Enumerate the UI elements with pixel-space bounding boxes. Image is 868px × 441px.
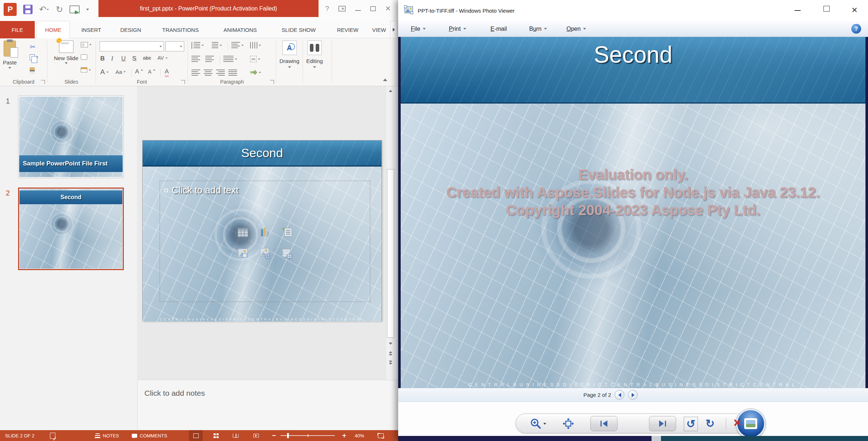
- collapse-ribbon-icon[interactable]: [383, 77, 387, 81]
- start-slideshow-icon[interactable]: [69, 5, 80, 13]
- scroll-down-icon[interactable]: [387, 340, 394, 348]
- line-spacing-button[interactable]: [231, 42, 244, 49]
- previous-page-button[interactable]: [615, 390, 624, 400]
- menu-file[interactable]: File: [411, 26, 426, 32]
- zoom-slider[interactable]: [281, 435, 335, 436]
- smartart-caret-icon[interactable]: [259, 72, 261, 73]
- previous-slide-icon[interactable]: [387, 349, 394, 357]
- powerpoint-logo-icon[interactable]: P: [4, 3, 17, 16]
- line-spacing-caret-icon[interactable]: [241, 45, 244, 46]
- editor-scrollbar[interactable]: [386, 86, 395, 380]
- comments-toggle[interactable]: COMMENTS: [132, 433, 167, 438]
- notes-toggle[interactable]: NOTES: [95, 433, 119, 438]
- slide-title-banner[interactable]: Second: [143, 140, 382, 167]
- zoom-level[interactable]: 40%: [355, 433, 364, 438]
- reading-view-button[interactable]: [229, 430, 243, 441]
- insert-picture-icon[interactable]: [237, 247, 249, 259]
- ribbon-display-options-icon[interactable]: [338, 6, 346, 12]
- customize-quick-access-icon[interactable]: [86, 9, 89, 10]
- font-dialog-launcher-icon[interactable]: [181, 80, 185, 84]
- viewer-minimize-icon[interactable]: [795, 10, 801, 11]
- undo-caret-icon[interactable]: [47, 9, 49, 10]
- convert-smartart-button[interactable]: [250, 70, 261, 75]
- scroll-up-icon[interactable]: [387, 87, 394, 95]
- align-text-button[interactable]: [250, 56, 261, 62]
- editing-button[interactable]: Editing: [306, 41, 323, 68]
- align-text-caret-icon[interactable]: [258, 58, 260, 60]
- next-slide-icon[interactable]: [387, 358, 394, 366]
- align-center-button[interactable]: [204, 70, 212, 76]
- insert-smartart-icon[interactable]: [281, 226, 293, 238]
- slideshow-button[interactable]: [249, 430, 263, 441]
- columns-button[interactable]: [223, 56, 237, 63]
- tab-slide-show[interactable]: SLIDE SHOW: [278, 21, 319, 38]
- notes-placeholder[interactable]: Click to add notes: [144, 389, 205, 397]
- align-right-button[interactable]: [216, 70, 225, 76]
- section-caret-icon[interactable]: [89, 69, 91, 71]
- font-color-caret-icon[interactable]: [106, 71, 109, 73]
- strikethrough-button[interactable]: abc: [143, 55, 151, 61]
- section-button[interactable]: [81, 67, 91, 72]
- slide-thumbnail-1[interactable]: Sample PowerPoint File First: [18, 96, 124, 178]
- tab-transitions[interactable]: TRANSITIONS: [158, 21, 203, 38]
- bold-button[interactable]: B: [100, 55, 105, 62]
- tab-scroll-right-icon[interactable]: [390, 21, 397, 38]
- format-painter-button[interactable]: [30, 67, 35, 74]
- shrink-font-button[interactable]: A: [148, 69, 156, 75]
- numbering-button[interactable]: [210, 42, 222, 49]
- menu-email[interactable]: E-mail: [490, 26, 507, 32]
- normal-view-button[interactable]: [189, 430, 203, 441]
- zoom-caret-icon[interactable]: [543, 423, 546, 425]
- slide-layout-button[interactable]: [81, 42, 92, 47]
- scrollbar-thumb[interactable]: [387, 169, 394, 338]
- grow-font-button[interactable]: A: [135, 68, 144, 75]
- tab-file[interactable]: FILE: [0, 21, 35, 38]
- restore-icon[interactable]: [370, 6, 376, 11]
- zoom-slider-thumb[interactable]: [287, 433, 289, 438]
- paste-caret-icon[interactable]: [8, 67, 11, 69]
- next-page-button[interactable]: [628, 390, 638, 400]
- insert-online-picture-icon[interactable]: [259, 247, 271, 259]
- drawing-button[interactable]: A Drawing: [279, 41, 299, 68]
- columns-caret-icon[interactable]: [235, 59, 237, 60]
- rotate-counterclockwise-button[interactable]: ↺: [684, 417, 698, 431]
- clear-formatting-button[interactable]: A: [165, 68, 169, 77]
- redo-icon[interactable]: ↻: [56, 5, 63, 14]
- change-case-caret-icon[interactable]: [124, 71, 126, 73]
- paste-button[interactable]: Paste: [3, 41, 17, 69]
- slide-thumbnail-2[interactable]: Second: [18, 188, 124, 270]
- font-size-combo[interactable]: [165, 41, 184, 51]
- cut-button[interactable]: ✂: [30, 43, 35, 51]
- menu-print[interactable]: Print: [449, 26, 466, 32]
- clipboard-dialog-launcher-icon[interactable]: [41, 80, 45, 84]
- rotate-clockwise-button[interactable]: ↻: [705, 417, 715, 430]
- content-placeholder[interactable]: Click to add text: [160, 181, 370, 302]
- underline-button[interactable]: U: [121, 55, 126, 62]
- new-slide-button[interactable]: New Slide: [54, 41, 79, 64]
- viewer-help-icon[interactable]: ?: [851, 24, 861, 34]
- reset-slide-button[interactable]: [81, 54, 87, 60]
- editing-caret-icon[interactable]: [313, 66, 316, 68]
- new-slide-caret-icon[interactable]: [65, 62, 68, 64]
- slide-sorter-button[interactable]: [209, 430, 223, 441]
- close-icon[interactable]: ✕: [385, 4, 391, 13]
- increase-indent-button[interactable]: [205, 56, 214, 63]
- bullets-button[interactable]: [191, 42, 204, 49]
- insert-video-icon[interactable]: [281, 247, 293, 259]
- copy-button[interactable]: [30, 54, 39, 60]
- tab-home[interactable]: HOME: [37, 21, 70, 38]
- insert-chart-icon[interactable]: [259, 226, 271, 238]
- font-size-caret-icon[interactable]: [180, 46, 182, 47]
- numbering-caret-icon[interactable]: [220, 45, 222, 46]
- help-icon[interactable]: ?: [325, 5, 329, 13]
- copy-caret-icon[interactable]: [36, 57, 38, 58]
- save-icon[interactable]: [23, 5, 33, 14]
- italic-button[interactable]: I: [111, 55, 113, 62]
- tab-insert[interactable]: INSERT: [77, 21, 105, 38]
- font-name-combo[interactable]: [100, 41, 164, 51]
- delete-button[interactable]: ✕: [733, 417, 742, 429]
- zoom-out-button[interactable]: [272, 435, 276, 436]
- spell-check-button[interactable]: [50, 433, 55, 439]
- text-direction-caret-icon[interactable]: [259, 45, 261, 46]
- justify-button[interactable]: [228, 70, 237, 76]
